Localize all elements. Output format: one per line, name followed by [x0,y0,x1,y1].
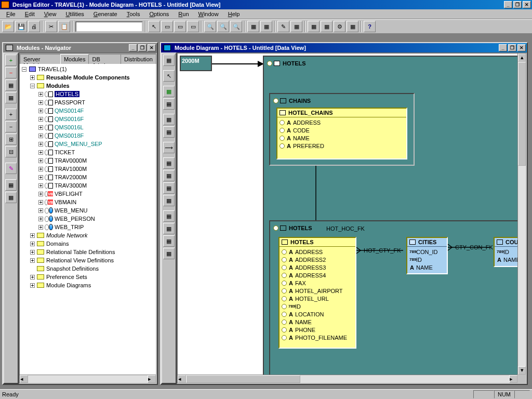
tree-item[interactable]: + VBVBMAIN [20,198,156,206]
tree-item[interactable]: +Relational Table Definitions [20,248,156,256]
column-item[interactable]: ACODE [280,126,404,134]
column-item[interactable]: AADDRESS [280,118,404,126]
nav-minimize[interactable]: _ [129,44,137,51]
tool-i[interactable]: ▦ [308,21,320,32]
diag-close[interactable]: ✕ [517,44,526,51]
tab-modules[interactable]: Modules [60,54,89,64]
diag-tool-a[interactable]: ▦ [163,55,175,66]
diagram-canvas[interactable]: 2000M HOTELS [178,54,517,375]
hotels-container[interactable]: HOTELS CHAINS HOTEL_CHAINS AADDRE [263,56,517,375]
diag-tool-h[interactable]: ▦ [163,170,175,181]
diag-tool-n[interactable]: ▦ [163,248,175,259]
tree-item[interactable]: + QMS0018F [20,131,156,140]
navigator-titlebar[interactable]: Modules - Navigator _ ❐ ✕ [3,43,157,52]
nav-tool-b[interactable]: ▦ [5,92,17,103]
tree-item[interactable]: + TRAV0000M [20,156,156,165]
tree-item[interactable]: + QMS0016F [20,115,156,123]
column-item[interactable]: ANAME [282,318,353,326]
column-item[interactable]: AHOTEL_AIRPORT [282,287,353,295]
diag-maximize[interactable]: ❐ [508,44,516,51]
scroll-right-icon[interactable]: ▸ [148,375,156,383]
nav-tool-e[interactable]: ⊞ [5,134,17,145]
help-icon[interactable]: ? [364,21,376,32]
diag-tool-k[interactable]: ▦ [163,210,175,222]
diagram-titlebar[interactable]: Module Diagram - HOTELS - Untitled [Data… [161,43,527,52]
tool-a[interactable]: ↖ [148,21,160,32]
menu-tools[interactable]: Tools [123,10,144,18]
tree-item[interactable]: +Relational View Definitions [20,256,156,264]
tool-f[interactable]: ▦ [260,21,272,32]
tab-distribution[interactable]: Distribution [121,54,156,64]
tree-item[interactable]: +Domains [20,240,156,248]
diag-tool-l[interactable]: ▦ [163,223,175,234]
tree-item[interactable]: + HOTELS [20,90,156,98]
hotels-table[interactable]: HOTELS AADDRESSAADDRESS2AADDRESS3AADDRES… [278,237,356,349]
zoom-in-icon[interactable]: 🔍 [217,21,229,32]
nav-tool-c[interactable]: + [5,109,17,120]
zoom-out-icon[interactable]: 🔍 [204,21,216,32]
hotel-chains-table[interactable]: HOTEL_CHAINS AADDRESSACODEANAMEAPREFERED [276,108,407,159]
tree-item[interactable]: + TRAV3000M [20,181,156,190]
cut-icon[interactable]: ✂ [45,21,57,32]
menu-window[interactable]: Window [194,10,223,18]
menu-options[interactable]: Options [145,10,173,18]
column-item[interactable]: ANAME [280,134,404,142]
cities-table[interactable]: CITIES 789CON_ID789IDANAME [406,237,448,274]
diagram-hscroll[interactable]: ◂ ▸ [178,375,517,383]
tree-item[interactable]: + TRAV2000M [20,173,156,181]
tree-item[interactable]: +Reusable Module Components [20,73,156,82]
nav-hscroll[interactable]: ◂ ▸ [20,375,156,383]
diag-tool-e[interactable]: ▦ [163,126,175,138]
countries-table[interactable]: COUNTR 789IDANAME [494,237,517,267]
column-item[interactable]: 789ID [497,248,517,256]
scroll-right-icon[interactable]: ▸ [509,375,517,383]
nav-tool-f[interactable]: ⊟ [5,146,17,157]
column-item[interactable]: APHOTO_FILENAME [282,334,353,341]
chains-group[interactable]: CHAINS HOTEL_CHAINS AADDRESSACODEANAMEAP… [269,93,415,166]
tool-d[interactable]: ▭ [187,21,199,32]
tree-item[interactable]: + VBVBFLIGHT [20,190,156,198]
tree-item[interactable]: + TICKET [20,148,156,156]
tree-item[interactable]: + QMS0014F [20,107,156,115]
column-item[interactable]: 789CON_ID [409,248,445,256]
nav-close[interactable]: ✕ [148,44,156,51]
print-icon[interactable]: 🖨 [28,21,40,32]
paste-icon[interactable]: 📋 [58,21,70,32]
tool-h[interactable]: ▦ [290,21,302,32]
column-item[interactable]: AHOTEL_URL [282,295,353,302]
tool-g[interactable]: ✎ [277,21,289,32]
zoom-combo[interactable] [75,21,143,32]
nav-maximize[interactable]: ❐ [138,44,147,51]
menu-help[interactable]: Help [224,10,244,18]
nav-tool-a[interactable]: ▦ [5,79,17,91]
module-box-2000m[interactable]: 2000M [180,56,212,71]
column-item[interactable]: AADDRESS [282,248,353,256]
diag-minimize[interactable]: _ [499,44,507,51]
diag-tool-g[interactable]: ▦ [163,157,175,169]
tree-item[interactable]: −TRAVEL(1) [20,65,156,73]
tree-item[interactable]: + WEB_PERSON [20,215,156,223]
nav-tool-d[interactable]: − [5,121,17,132]
column-item[interactable]: AFAX [282,279,353,287]
open-icon[interactable]: 📂 [2,21,14,32]
tree-item[interactable]: + PASSPORT [20,98,156,107]
nav-tool-add[interactable]: + [5,55,17,66]
column-item[interactable]: AADDRESS2 [282,256,353,263]
tree-item[interactable]: + WEB_MENU [20,206,156,215]
diag-tool-b[interactable]: ▦ [163,86,175,97]
nav-tool-del[interactable]: − [5,67,17,78]
scroll-left-icon[interactable]: ◂ [178,375,186,383]
diag-tool-j[interactable]: ▦ [163,195,175,206]
zoom-fit-icon[interactable]: 🔍 [230,21,242,32]
diag-pointer[interactable]: ↖ [163,70,175,82]
tool-c[interactable]: ▭ [174,21,186,32]
menu-utilities[interactable]: Utilities [61,10,88,18]
scroll-up-icon[interactable]: ▴ [518,54,526,62]
minimize-button[interactable]: _ [504,1,512,8]
column-item[interactable]: AADDRESS4 [282,271,353,279]
scroll-down-icon[interactable]: ▾ [518,366,526,375]
column-item[interactable]: ALOCATION [282,310,353,318]
diagram-vscroll[interactable]: ▴ ▾ [517,54,526,375]
scroll-left-icon[interactable]: ◂ [20,375,28,383]
hotels-group[interactable]: HOTELS HOT_HOC_FK HOTELS AADDRESSAADDRES… [269,220,517,375]
